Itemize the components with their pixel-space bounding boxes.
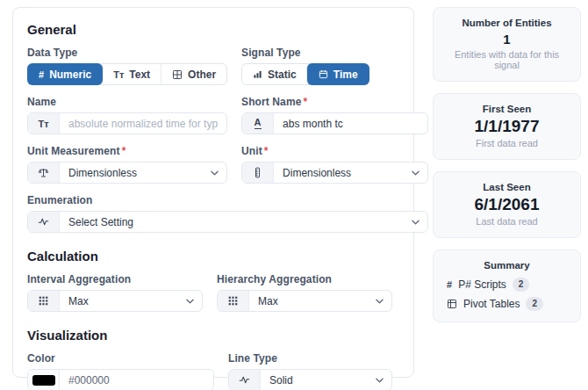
chevron-down-icon (376, 299, 384, 304)
interval-aggregation-field: Interval Aggregation Max (27, 273, 203, 312)
hash-icon: # (447, 279, 452, 290)
data-type-text-button[interactable]: Tт Text (102, 64, 161, 84)
unit-measurement-value: Dimensionless (60, 167, 211, 179)
hash-icon: # (39, 69, 44, 80)
color-swatch (32, 375, 55, 386)
signal-type-static-button[interactable]: Static (242, 64, 307, 84)
pivot-table-icon (447, 299, 457, 309)
grid-dots-icon (28, 291, 60, 311)
chevron-down-icon (186, 299, 194, 304)
first-seen-value: 1/1/1977 (441, 117, 573, 136)
enumeration-value: Select Setting (60, 216, 412, 228)
name-input-wrapper: Tт (27, 112, 227, 134)
page: General Data Type # Numeric Tт Text (0, 0, 588, 385)
enumeration-select[interactable]: Select Setting (27, 211, 428, 233)
interval-aggregation-value: Max (60, 295, 186, 307)
chevron-down-icon (412, 220, 419, 225)
summary-item-label: Pivot Tables (463, 298, 520, 310)
last-seen-title: Last Seen (441, 182, 573, 192)
required-asterisk: * (264, 145, 269, 157)
entities-card-title: Number of Entities (441, 18, 573, 28)
first-seen-subtitle: First data read (441, 138, 573, 148)
hierarchy-aggregation-label: Hierarchy Aggregation (217, 273, 392, 285)
hierarchy-aggregation-field: Hierarchy Aggregation Max (217, 273, 392, 312)
summary-item-label: P# Scripts (458, 278, 506, 291)
chevron-down-icon (376, 378, 384, 383)
signal-settings-card: General Data Type # Numeric Tт Text (12, 7, 414, 378)
number-of-entities-card: Number of Entities 1 Entities with data … (433, 7, 581, 82)
line-type-select[interactable]: Solid (228, 369, 392, 390)
first-seen-card: First Seen 1/1/1977 First data read (433, 93, 581, 160)
enumeration-field: Enumeration Select Setting (27, 194, 428, 233)
first-seen-title: First Seen (441, 104, 573, 114)
signal-type-time-button[interactable]: Time (306, 63, 369, 85)
unit-measurement-label: Unit Measurement* (27, 145, 227, 157)
section-title-visualization: Visualization (27, 328, 392, 343)
data-type-numeric-label: Numeric (49, 69, 91, 81)
required-asterisk: * (303, 96, 307, 108)
name-label: Name (27, 96, 227, 108)
data-type-numeric-button[interactable]: # Numeric (27, 63, 103, 85)
signal-type-time-label: Time (333, 69, 358, 81)
last-seen-value: 6/1/2061 (441, 195, 573, 214)
line-type-value: Solid (261, 374, 376, 386)
name-input[interactable] (60, 118, 226, 130)
unit-measurement-select[interactable]: Dimensionless (27, 162, 227, 184)
data-type-other-button[interactable]: Other (161, 64, 226, 84)
unit-measurement-field: Unit Measurement* Dimensionless (27, 145, 227, 184)
summary-card: Summary # P# Scripts 2 Pivot Tables 2 (433, 249, 581, 322)
calendar-icon (319, 69, 328, 79)
section-title-calculation: Calculation (27, 249, 392, 264)
unit-select[interactable]: Dimensionless (241, 162, 428, 184)
unit-value: Dimensionless (274, 167, 412, 179)
name-field: Name Tт (27, 96, 227, 134)
enumeration-label: Enumeration (27, 194, 428, 206)
summary-item-p-scripts: # P# Scripts 2 (447, 278, 573, 292)
chevron-down-icon (412, 170, 419, 176)
hierarchy-aggregation-value: Max (249, 295, 376, 307)
data-type-label: Data Type (27, 47, 227, 59)
data-type-button-group: # Numeric Tт Text Other (27, 63, 227, 85)
short-name-label: Short Name* (241, 96, 428, 108)
count-badge: 2 (526, 297, 543, 311)
pulse-icon (28, 212, 60, 232)
stats-sidebar: Number of Entities 1 Entities with data … (433, 7, 581, 378)
unit-field: Unit* Dimensionless (241, 145, 428, 184)
short-name-field: Short Name* A (241, 96, 428, 134)
grid-dots-icon (218, 291, 249, 311)
data-type-text-label: Text (129, 69, 150, 81)
signal-type-button-group: Static Time (241, 63, 369, 85)
data-type-other-label: Other (188, 69, 216, 81)
ruler-icon (242, 162, 274, 183)
entities-card-value: 1 (441, 32, 573, 47)
color-field: Color (27, 352, 214, 390)
unit-label: Unit* (241, 145, 428, 157)
text-format-icon: Tт (28, 113, 60, 134)
pulse-icon (229, 370, 261, 390)
line-type-label: Line Type (228, 352, 392, 365)
short-name-input[interactable] (274, 118, 427, 130)
section-title-general: General (27, 22, 392, 37)
bar-chart-icon (253, 69, 262, 79)
color-input[interactable] (60, 374, 213, 386)
color-swatch-addon[interactable] (28, 370, 60, 390)
last-seen-subtitle: Last data read (441, 216, 573, 227)
color-label: Color (27, 352, 214, 365)
line-type-field: Line Type Solid (228, 352, 392, 390)
chevron-down-icon (211, 170, 219, 176)
signal-type-static-label: Static (268, 69, 297, 81)
last-seen-card: Last Seen 6/1/2061 Last data read (433, 171, 581, 238)
entities-card-subtitle: Entities with data for this signal (441, 49, 573, 70)
hierarchy-aggregation-select[interactable]: Max (217, 290, 392, 312)
data-type-field: Data Type # Numeric Tт Text Other (27, 47, 227, 85)
summary-title: Summary (441, 260, 573, 271)
interval-aggregation-select[interactable]: Max (27, 290, 203, 312)
signal-type-label: Signal Type (241, 47, 428, 59)
signal-type-field: Signal Type Static Time (241, 47, 428, 85)
text-format-icon: Tт (113, 69, 124, 80)
underline-a-icon: A (242, 113, 274, 134)
color-input-wrapper (27, 369, 214, 390)
interval-aggregation-label: Interval Aggregation (27, 273, 203, 285)
table-grid-icon (172, 69, 183, 80)
required-asterisk: * (122, 145, 126, 157)
